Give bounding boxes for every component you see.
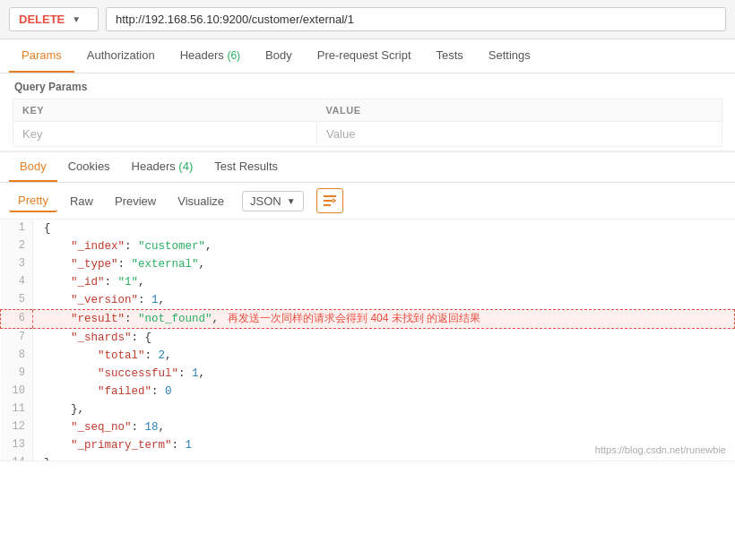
params-table: KEY VALUE Key Value — [13, 99, 722, 147]
line-number: 7 — [1, 329, 33, 348]
line-content: "_id": "1", — [33, 273, 735, 291]
top-bar: DELETE ▼ — [0, 0, 735, 39]
line-number: 14 — [1, 454, 33, 461]
line-number: 12 — [1, 418, 33, 436]
line-number: 9 — [1, 365, 33, 383]
response-tabs: Body Cookies Headers (4) Test Results — [0, 151, 735, 183]
line-content: "result": "not_found",再发送一次同样的请求会得到 404 … — [33, 310, 735, 329]
table-row: 11 }, — [1, 401, 735, 418]
line-number: 13 — [1, 436, 33, 454]
tab-headers[interactable]: Headers (6) — [168, 39, 253, 73]
tab-body[interactable]: Body — [253, 39, 305, 73]
table-row: 8 "total": 2, — [1, 347, 735, 365]
json-label: JSON — [250, 194, 281, 208]
table-row: 6 "result": "not_found",再发送一次同样的请求会得到 40… — [1, 310, 735, 329]
line-content: "_version": 1, — [33, 291, 735, 310]
line-content: "_shards": { — [33, 329, 735, 348]
format-bar: Pretty Raw Preview Visualize JSON ▼ — [0, 183, 735, 220]
url-input[interactable] — [106, 7, 726, 31]
line-content: "successful": 1, — [33, 365, 735, 383]
tab-prerequest[interactable]: Pre-request Script — [305, 39, 424, 73]
table-row: 10 "failed": 0 — [1, 383, 735, 401]
request-tabs: Params Authorization Headers (6) Body Pr… — [0, 39, 735, 73]
method-label: DELETE — [19, 13, 65, 26]
table-row: 5 "_version": 1, — [1, 291, 735, 310]
key-column-header: KEY — [13, 99, 317, 122]
query-params-section: Query Params KEY VALUE Key Value — [0, 73, 735, 147]
line-number: 10 — [1, 383, 33, 401]
value-column-header: VALUE — [317, 99, 722, 122]
line-number: 11 — [1, 401, 33, 418]
key-placeholder[interactable]: Key — [13, 122, 317, 147]
table-row: 3 "_type": "external", — [1, 255, 735, 273]
fmt-visualize[interactable]: Visualize — [169, 191, 233, 211]
table-row: 2 "_index": "customer", — [1, 237, 735, 255]
line-content: "_seq_no": 18, — [33, 418, 735, 436]
tab-tests[interactable]: Tests — [424, 39, 476, 73]
table-row: 7 "_shards": { — [1, 329, 735, 348]
fmt-preview[interactable]: Preview — [106, 191, 165, 211]
line-number: 1 — [1, 220, 33, 237]
line-number: 2 — [1, 237, 33, 255]
table-row: 14} — [1, 454, 735, 461]
method-chevron: ▼ — [72, 14, 81, 24]
line-number: 8 — [1, 347, 33, 365]
code-table: 1{2 "_index": "customer",3 "_type": "ext… — [0, 220, 735, 461]
fmt-pretty[interactable]: Pretty — [9, 190, 57, 212]
value-placeholder[interactable]: Value — [317, 122, 722, 147]
resp-headers-badge: (4) — [178, 159, 193, 173]
method-dropdown[interactable]: DELETE ▼ — [9, 7, 99, 31]
line-number: 4 — [1, 273, 33, 291]
tab-settings[interactable]: Settings — [476, 39, 543, 73]
fmt-raw[interactable]: Raw — [61, 191, 102, 211]
code-area[interactable]: 1{2 "_index": "customer",3 "_type": "ext… — [0, 220, 735, 461]
json-chevron: ▼ — [287, 196, 296, 206]
line-content: } — [33, 454, 735, 461]
line-content: "failed": 0 — [33, 383, 735, 401]
resp-tab-headers[interactable]: Headers (4) — [121, 152, 204, 182]
line-number: 5 — [1, 291, 33, 310]
line-content: }, — [33, 401, 735, 418]
resp-tab-testresults[interactable]: Test Results — [203, 152, 289, 182]
resp-tab-body[interactable]: Body — [9, 152, 57, 182]
line-content: "total": 2, — [33, 347, 735, 365]
resp-tab-cookies[interactable]: Cookies — [57, 152, 121, 182]
json-format-select[interactable]: JSON ▼ — [242, 191, 304, 211]
table-row: 12 "_seq_no": 18, — [1, 418, 735, 436]
table-row: 4 "_id": "1", — [1, 273, 735, 291]
tab-authorization[interactable]: Authorization — [74, 39, 168, 73]
watermark: https://blog.csdn.net/runewbie — [595, 444, 726, 455]
line-content: "_index": "customer", — [33, 237, 735, 255]
tab-params[interactable]: Params — [9, 39, 74, 73]
headers-badge: (6) — [227, 49, 240, 62]
params-placeholder-row: Key Value — [13, 122, 722, 147]
wrap-icon[interactable] — [316, 188, 343, 213]
table-row: 9 "successful": 1, — [1, 365, 735, 383]
line-content: "_type": "external", — [33, 255, 735, 273]
line-number: 6 — [1, 310, 33, 329]
query-params-title: Query Params — [13, 81, 722, 93]
annotation: 再发送一次同样的请求会得到 404 未找到 的返回结果 — [228, 312, 480, 324]
line-number: 3 — [1, 255, 33, 273]
table-row: 1{ — [1, 220, 735, 237]
line-content: { — [33, 220, 735, 237]
